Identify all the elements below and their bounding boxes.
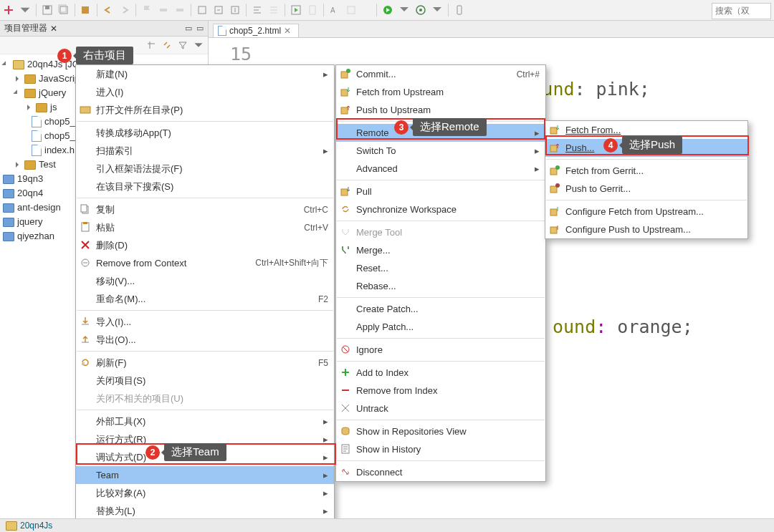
menu-conf-push[interactable]: Configure Push to Upstream...: [545, 221, 747, 238]
menu-search-here[interactable]: 在该目录下搜索(S): [76, 178, 334, 195]
menu-import[interactable]: 导入(I)...: [76, 313, 334, 331]
run-dd-icon[interactable]: [398, 4, 410, 16]
menu-convert[interactable]: 转换成移动App(T): [76, 124, 334, 142]
menu-ext-tools[interactable]: 外部工具(X)▸: [76, 412, 334, 430]
svg-point-25: [346, 69, 350, 73]
menu-import-fw[interactable]: 引入框架语法提示(F): [76, 160, 334, 178]
redo-icon[interactable]: [119, 4, 130, 16]
gerrit-fetch-icon: [549, 165, 560, 176]
menu-switch[interactable]: Switch To▸: [336, 142, 545, 160]
menu-disconnect[interactable]: Disconnect: [336, 463, 545, 481]
menu-advanced[interactable]: Advanced▸: [336, 160, 545, 178]
menu-remove-context[interactable]: Remove from ContextCtrl+Alt+Shift+向下: [76, 254, 334, 272]
menu-apply-patch[interactable]: Apply Patch...: [336, 318, 545, 336]
menu-ignore[interactable]: Ignore: [336, 341, 545, 359]
saveall-icon[interactable]: [58, 4, 70, 16]
play-icon[interactable]: [290, 4, 302, 16]
svg-point-16: [419, 9, 422, 11]
menu-replace[interactable]: 替换为(L)▸: [76, 502, 334, 520]
menu-delete[interactable]: 删除(D): [76, 236, 334, 254]
svg-rect-33: [550, 145, 557, 152]
push-icon: [549, 142, 560, 153]
menu-push-gerrit[interactable]: Push to Gerrit...: [545, 180, 747, 198]
menu-fetch-gerrit[interactable]: Fetch from Gerrit...: [545, 162, 747, 180]
menu-conf-fetch[interactable]: Configure Fetch from Upstream...: [545, 203, 747, 221]
flag-icon[interactable]: [141, 4, 153, 16]
menu-compare[interactable]: 比较对象(A)▸: [76, 484, 334, 502]
save-icon[interactable]: [42, 4, 53, 16]
tool-icon[interactable]: [345, 4, 357, 16]
remove-icon: [80, 257, 91, 269]
svg-rect-27: [341, 107, 348, 114]
svg-rect-18: [80, 107, 90, 113]
menu-into[interactable]: 进入(I): [76, 83, 334, 101]
menu-open-location[interactable]: 打开文件所在目录(P): [76, 101, 334, 119]
menu-move[interactable]: 移动(V)...: [76, 272, 334, 290]
status-bar: 20qn4Js: [0, 518, 774, 532]
svg-rect-11: [310, 6, 315, 14]
menu-merge[interactable]: Merge...: [336, 241, 545, 259]
svg-rect-17: [457, 6, 462, 14]
menu-scan[interactable]: 扫描索引▸: [76, 142, 334, 160]
callout-2: 2选择Team: [145, 443, 226, 461]
minimize-icon[interactable]: ▭: [185, 24, 192, 33]
menu-close-project[interactable]: 关闭项目(S): [76, 372, 334, 390]
menu-icon[interactable]: [194, 40, 204, 50]
menu-show-history[interactable]: Show in History: [336, 440, 545, 458]
push-icon: [340, 104, 351, 115]
menu-rename[interactable]: 重命名(M)...F2: [76, 290, 334, 308]
menu-team[interactable]: Team▸: [76, 466, 334, 484]
folder-icon: [80, 104, 91, 115]
main-toolbar: A: [0, 0, 774, 21]
menu-paste[interactable]: 粘贴Ctrl+V: [76, 218, 334, 236]
debug-dd-icon[interactable]: [431, 4, 443, 16]
box2-icon[interactable]: [213, 4, 224, 16]
menu-rebase[interactable]: Rebase...: [336, 277, 545, 295]
run-icon[interactable]: [382, 4, 393, 16]
close-icon[interactable]: ✕: [284, 26, 291, 36]
wizard-icon[interactable]: [80, 4, 92, 16]
svg-rect-7: [199, 6, 206, 14]
search-input[interactable]: 搜索（双: [712, 3, 771, 19]
next-icon[interactable]: [174, 4, 186, 16]
pull-icon: [340, 185, 351, 197]
copy-icon: [80, 203, 91, 215]
align-icon[interactable]: [252, 4, 263, 16]
filter-icon[interactable]: [178, 40, 188, 50]
prev-icon[interactable]: [158, 4, 169, 16]
delete-icon: [80, 239, 91, 251]
box-icon[interactable]: [196, 4, 208, 16]
menu-export[interactable]: 导出(O)...: [76, 331, 334, 349]
svg-text:A: A: [330, 6, 335, 14]
dropdown-icon[interactable]: [19, 4, 31, 16]
menu-refresh[interactable]: 刷新(F)F5: [76, 354, 334, 372]
menu-untrack[interactable]: Untrack: [336, 400, 545, 417]
box3-icon[interactable]: [229, 4, 241, 16]
mergetool-icon: [340, 226, 351, 238]
menu-add-index[interactable]: Add to Index: [336, 364, 545, 382]
debug-icon[interactable]: [415, 4, 426, 16]
page-icon[interactable]: [307, 4, 318, 16]
menu-show-repo[interactable]: Show in Repositories View: [336, 422, 545, 440]
menu-copy[interactable]: 复制Ctrl+C: [76, 200, 334, 218]
close-icon[interactable]: ✕: [50, 24, 57, 34]
menu-reset[interactable]: Reset...: [336, 259, 545, 277]
svg-rect-36: [550, 186, 557, 193]
undo-icon[interactable]: [102, 4, 114, 16]
menu-push-upstream[interactable]: Push to Upstream: [336, 101, 545, 119]
phone-icon[interactable]: [454, 4, 465, 16]
shiftl-icon[interactable]: [268, 4, 280, 16]
editor-tab[interactable]: chop5_2.html ✕: [213, 24, 299, 37]
menu-fetch-upstream[interactable]: Fetch from Upstream: [336, 83, 545, 101]
menu-pull[interactable]: Pull: [336, 183, 545, 200]
menu-remove-index[interactable]: Remove from Index: [336, 382, 545, 400]
menu-commit[interactable]: Commit...Ctrl+#: [336, 65, 545, 83]
aa-icon[interactable]: A: [329, 4, 340, 16]
collapse-icon[interactable]: [146, 40, 156, 50]
link-icon[interactable]: [162, 40, 172, 50]
menu-sync[interactable]: Synchronize Workspace: [336, 200, 545, 218]
new-icon[interactable]: [3, 4, 14, 16]
restore-icon[interactable]: ▭: [196, 24, 204, 33]
menu-create-patch[interactable]: Create Patch...: [336, 300, 545, 318]
menu-new[interactable]: 新建(N)▸: [76, 65, 334, 83]
